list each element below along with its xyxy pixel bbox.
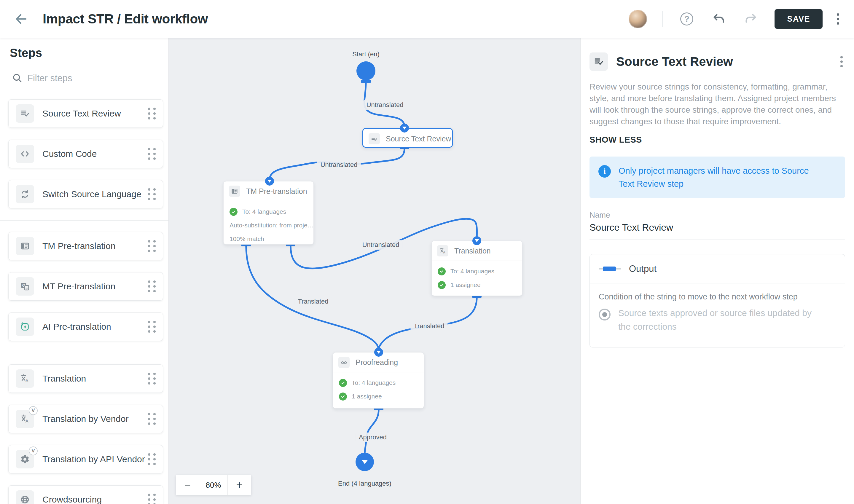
arrow-left-icon	[14, 12, 28, 26]
source-text-review-icon	[16, 104, 34, 123]
source-text-review-icon	[369, 133, 380, 144]
back-button[interactable]	[13, 11, 29, 27]
zoom-in-button[interactable]: +	[228, 475, 251, 495]
undo-icon	[712, 12, 726, 26]
sidebar-item-switch-source-language[interactable]: Switch Source Language	[8, 180, 163, 209]
drag-handle-icon[interactable]	[148, 493, 156, 504]
sidebar-item-ai-pre-translation[interactable]: AI Pre-translation	[8, 312, 163, 341]
translation-icon: A	[16, 370, 34, 388]
ai-pre-translation-icon	[16, 318, 34, 336]
node-detail-row: 1 assignee	[339, 390, 418, 403]
tm-pre-translation-icon	[16, 237, 34, 255]
sidebar-item-label: MT Pre-translation	[42, 281, 148, 291]
drag-handle-icon[interactable]	[148, 188, 156, 200]
sidebar-item-label: Translation by API Vendor	[42, 454, 148, 464]
node-tm-pre-translation[interactable]: TM Pre-translation To: 4 languages Auto-…	[223, 181, 314, 245]
sidebar-item-label: AI Pre-translation	[42, 322, 148, 332]
top-bar: Impact STR / Edit workflow ? SAVE	[0, 0, 854, 38]
save-button[interactable]: SAVE	[775, 9, 822, 29]
show-less-link[interactable]: SHOW LESS	[589, 135, 845, 145]
drag-handle-icon[interactable]	[148, 240, 156, 252]
panel-menu-button[interactable]	[838, 54, 845, 70]
step-details-panel: Source Text Review Review your source st…	[580, 38, 854, 504]
vendor-badge: V	[29, 447, 38, 455]
node-proofreading[interactable]: Proofreading To: 4 languages 1 assignee	[333, 352, 424, 409]
end-node[interactable]	[356, 453, 374, 471]
user-avatar[interactable]	[629, 10, 647, 28]
check-icon	[230, 208, 237, 216]
check-icon	[438, 281, 446, 289]
name-input[interactable]	[589, 222, 845, 240]
drag-handle-icon[interactable]	[148, 321, 156, 332]
zoom-toolbar: − 80% +	[176, 475, 251, 495]
output-option-text: Source texts approved or source files up…	[618, 306, 826, 334]
edge-label: Translated	[410, 321, 447, 331]
sidebar-item-custom-code[interactable]: Custom Code	[8, 140, 163, 168]
start-node-label: Start (en)	[352, 50, 379, 58]
output-port-icon	[599, 268, 621, 270]
proofreading-input-connector	[374, 348, 383, 357]
node-title: TM Pre-translation	[246, 187, 307, 196]
undo-button[interactable]	[711, 11, 727, 27]
info-banner: i Only project managers will have access…	[589, 157, 845, 198]
edge-label: Approved	[356, 433, 390, 442]
panel-title: Source Text Review	[616, 55, 733, 69]
header-menu-button[interactable]	[834, 11, 841, 27]
sidebar-item-crowdsourcing[interactable]: Crowdsourcing	[8, 485, 163, 504]
tm-pre-translation-icon	[229, 185, 240, 197]
output-title: Output	[629, 264, 657, 274]
edge-proofreading-to-end	[365, 410, 379, 453]
node-title: Translation	[454, 247, 491, 255]
info-banner-text: Only project managers will have access t…	[619, 164, 820, 190]
sidebar-item-translation-by-vendor[interactable]: A V Translation by Vendor	[8, 405, 163, 433]
custom-code-icon	[16, 145, 34, 163]
translation-vendor-icon: A V	[16, 410, 34, 428]
page-title: Impact STR / Edit workflow	[43, 12, 208, 26]
search-icon	[12, 73, 22, 83]
redo-icon	[744, 12, 758, 26]
svg-text:A: A	[25, 419, 29, 424]
steps-sidebar: Steps Source Text Review Custom Code	[0, 38, 169, 504]
check-icon	[339, 393, 347, 400]
svg-text:A: A	[25, 378, 29, 383]
steps-heading: Steps	[10, 47, 168, 59]
drag-handle-icon[interactable]	[148, 148, 156, 160]
str-input-connector	[400, 124, 409, 132]
translation-icon: A	[437, 245, 448, 256]
source-text-review-icon	[589, 53, 608, 71]
drag-handle-icon[interactable]	[148, 413, 156, 425]
mt-pre-translation-icon: G	[16, 277, 34, 295]
sidebar-item-translation[interactable]: A Translation	[8, 364, 163, 393]
filter-steps-input[interactable]	[27, 71, 160, 86]
zoom-out-button[interactable]: −	[176, 475, 199, 495]
check-icon	[438, 267, 446, 275]
sidebar-item-label: Source Text Review	[42, 108, 148, 119]
proofreading-icon	[338, 357, 350, 368]
node-translation[interactable]: A Translation To: 4 languages 1 assignee	[431, 241, 522, 296]
sidebar-item-source-text-review[interactable]: Source Text Review	[8, 99, 163, 128]
node-title: Source Text Review	[386, 134, 451, 143]
node-detail-row: To: 4 languages	[339, 376, 418, 390]
sidebar-item-translation-by-api-vendor[interactable]: V Translation by API Vendor	[8, 445, 163, 473]
header-divider	[662, 11, 663, 27]
sidebar-item-label: Crowdsourcing	[42, 494, 148, 504]
sidebar-item-label: TM Pre-translation	[42, 241, 148, 251]
start-node[interactable]	[356, 61, 375, 80]
sidebar-item-label: Translation by Vendor	[42, 414, 148, 424]
drag-handle-icon[interactable]	[148, 373, 156, 384]
help-button[interactable]: ?	[678, 11, 695, 27]
sidebar-item-label: Translation	[42, 374, 148, 384]
drag-handle-icon[interactable]	[148, 281, 156, 292]
drag-handle-icon[interactable]	[148, 108, 156, 120]
radio-selected-icon[interactable]	[599, 309, 610, 321]
workflow-canvas[interactable]: Start (en) End (4 languages) Untranslate…	[169, 38, 580, 504]
redo-button[interactable]	[743, 11, 759, 27]
check-icon	[339, 379, 347, 387]
name-field-label: Name	[589, 211, 845, 220]
drag-handle-icon[interactable]	[148, 453, 156, 465]
node-title: Proofreading	[356, 358, 398, 367]
sidebar-item-tm-pre-translation[interactable]: TM Pre-translation	[8, 232, 163, 260]
sidebar-item-mt-pre-translation[interactable]: G MT Pre-translation	[8, 272, 163, 301]
edge-label: Untranslated	[317, 160, 361, 169]
end-node-label: End (4 languages)	[338, 480, 391, 487]
